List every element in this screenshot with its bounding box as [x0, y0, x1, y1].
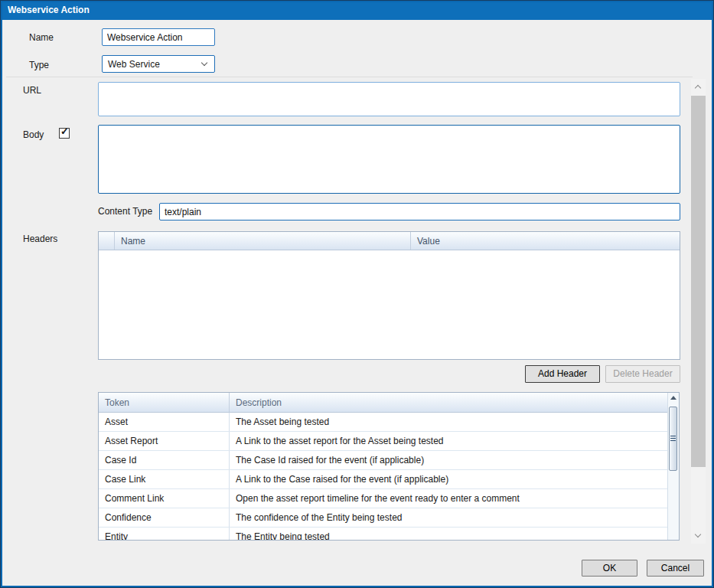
body-input[interactable] [98, 125, 680, 194]
column-header-description[interactable]: Description [230, 393, 679, 412]
table-row[interactable]: ConfidenceThe confidence of the Entity b… [99, 508, 667, 528]
window-title: Webservice Action [8, 5, 90, 15]
body-checkbox[interactable]: ✓ [59, 128, 70, 139]
table-row[interactable]: EntityThe Entity being tested [99, 528, 667, 540]
content-type-input[interactable] [159, 203, 680, 220]
type-label: Type [29, 60, 49, 70]
scroll-up-arrow-icon[interactable] [670, 396, 677, 400]
description-cell: The Entity being tested [230, 528, 667, 540]
token-cell: Asset Report [99, 432, 230, 450]
type-dropdown-value: Web Service [108, 59, 160, 70]
headers-table-body[interactable] [99, 250, 680, 359]
column-header-value[interactable]: Value [411, 232, 680, 250]
delete-header-button[interactable]: Delete Header [605, 365, 680, 383]
headers-table[interactable]: Name Value [98, 231, 680, 360]
cancel-button[interactable]: Cancel [647, 560, 704, 577]
token-cell: Confidence [99, 508, 230, 527]
tokens-table[interactable]: Token Description AssetThe Asset being t… [98, 392, 680, 541]
description-cell: A Link to the asset report for the Asset… [230, 432, 667, 450]
type-dropdown[interactable]: Web Service [102, 55, 215, 73]
tokens-scrollbar[interactable] [667, 393, 679, 540]
row-selector-column [99, 232, 115, 250]
chevron-up-icon[interactable] [695, 85, 701, 91]
table-row[interactable]: Case LinkA Link to the Case raised for t… [99, 470, 667, 489]
checkmark-icon: ✓ [60, 126, 69, 137]
table-row[interactable]: Asset ReportA Link to the asset report f… [99, 432, 667, 451]
description-cell: The Asset being tested [230, 413, 667, 431]
table-row[interactable]: Case IdThe Case Id raised for the event … [99, 451, 667, 470]
headers-label: Headers [23, 234, 57, 244]
webservice-action-dialog: Webservice Action Name Type Web Service … [0, 0, 714, 588]
description-cell: Open the asset report timeline for the e… [230, 489, 667, 508]
ok-button[interactable]: OK [582, 560, 637, 577]
tokens-table-body: AssetThe Asset being testedAsset ReportA… [99, 413, 667, 540]
table-row[interactable]: Comment LinkOpen the asset report timeli… [99, 489, 667, 508]
chevron-down-icon[interactable] [695, 531, 701, 537]
chevron-down-icon [201, 60, 207, 66]
token-cell: Entity [99, 528, 230, 540]
column-header-name[interactable]: Name [115, 232, 411, 250]
tokens-table-header: Token Description [99, 393, 679, 413]
token-cell: Asset [99, 413, 230, 431]
column-header-token[interactable]: Token [99, 393, 230, 412]
dialog-scrollbar-thumb[interactable] [691, 96, 706, 467]
description-cell: The confidence of the Entity being teste… [230, 508, 667, 527]
section-separator [6, 77, 693, 77]
dialog-scrollbar[interactable] [691, 79, 706, 544]
grip-lines-icon [670, 438, 676, 439]
url-input[interactable] [98, 82, 680, 116]
content-type-label: Content Type [98, 206, 152, 217]
tokens-scrollbar-thumb[interactable] [669, 407, 677, 471]
token-cell: Case Link [99, 470, 230, 488]
url-label: URL [23, 85, 41, 96]
add-header-button[interactable]: Add Header [525, 365, 600, 383]
token-cell: Case Id [99, 451, 230, 469]
token-cell: Comment Link [99, 489, 230, 508]
table-row[interactable]: AssetThe Asset being tested [99, 413, 667, 432]
description-cell: A Link to the Case raised for the event … [230, 470, 667, 488]
name-input[interactable] [102, 28, 215, 46]
description-cell: The Case Id raised for the event (if app… [230, 451, 667, 469]
headers-table-header: Name Value [99, 232, 680, 250]
name-label: Name [29, 32, 54, 43]
title-bar[interactable]: Webservice Action [0, 0, 714, 20]
body-label: Body [23, 129, 44, 140]
